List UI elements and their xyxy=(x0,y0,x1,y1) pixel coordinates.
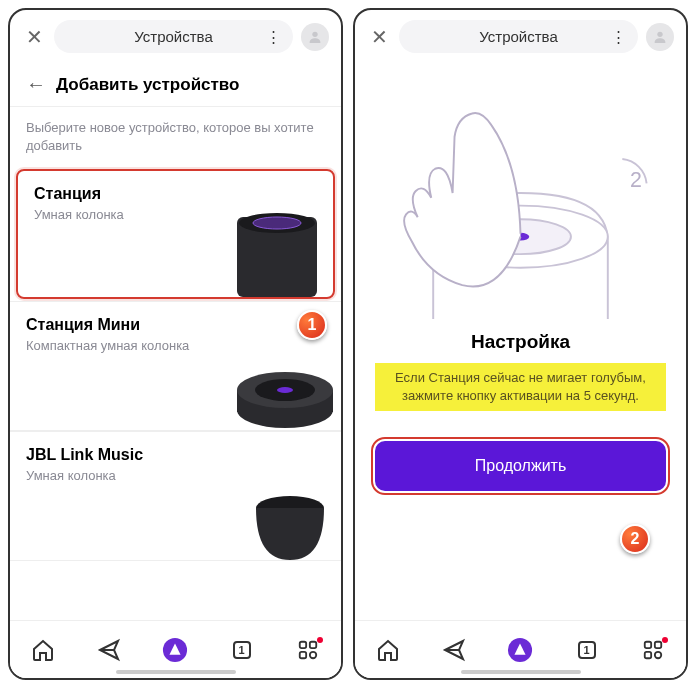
svg-rect-13 xyxy=(310,641,316,647)
svg-rect-14 xyxy=(300,651,306,657)
svg-point-15 xyxy=(310,651,316,657)
more-icon[interactable]: ⋮ xyxy=(611,28,626,46)
home-indicator xyxy=(461,670,581,674)
close-icon[interactable]: ✕ xyxy=(367,25,391,49)
annotation-badge-1: 1 xyxy=(297,310,327,340)
svg-point-3 xyxy=(253,217,301,229)
svg-point-16 xyxy=(657,31,662,36)
svg-rect-24 xyxy=(645,651,651,657)
setup-title: Настройка xyxy=(471,331,570,353)
device-desc: Умная колонка xyxy=(26,468,325,483)
continue-button[interactable]: Продолжить xyxy=(375,441,666,491)
svg-point-8 xyxy=(277,387,293,393)
home-icon[interactable] xyxy=(30,637,56,663)
subheader: ← Добавить устройство xyxy=(10,63,341,107)
title-pill[interactable]: Устройства ⋮ xyxy=(399,20,638,53)
device-image xyxy=(245,490,335,560)
page-title: Устройства xyxy=(479,28,557,45)
svg-rect-12 xyxy=(300,641,306,647)
svg-rect-22 xyxy=(645,641,651,647)
screen-setup: ✕ Устройства ⋮ 2 Настройка Если Станция … xyxy=(353,8,688,680)
device-name: Станция Мини xyxy=(26,316,325,334)
device-image xyxy=(207,197,327,297)
services-icon[interactable] xyxy=(295,637,321,663)
screen-add-device: ✕ Устройства ⋮ ← Добавить устройство Выб… xyxy=(8,8,343,680)
annotation-badge-2: 2 xyxy=(620,524,650,554)
device-card-station[interactable]: Станция Умная колонка xyxy=(16,169,335,299)
avatar[interactable] xyxy=(646,23,674,51)
device-card-jbl[interactable]: JBL Link Music Умная колонка xyxy=(10,431,341,561)
svg-rect-23 xyxy=(655,641,661,647)
close-icon[interactable]: ✕ xyxy=(22,25,46,49)
title-pill[interactable]: Устройства ⋮ xyxy=(54,20,293,53)
illustration-press-button: 2 xyxy=(375,63,666,323)
avatar[interactable] xyxy=(301,23,329,51)
svg-point-0 xyxy=(312,31,317,36)
device-list: Станция Умная колонка Станция Мини Компа… xyxy=(10,167,341,620)
back-icon[interactable]: ← xyxy=(26,73,46,96)
page-title: Устройства xyxy=(134,28,212,45)
top-bar: ✕ Устройства ⋮ xyxy=(355,10,686,63)
alice-icon[interactable] xyxy=(507,637,533,663)
device-image xyxy=(225,340,335,430)
tabs-icon[interactable]: 1 xyxy=(574,637,600,663)
tabs-icon[interactable]: 1 xyxy=(229,637,255,663)
device-card-station-mini[interactable]: Станция Мини Компактная умная колонка xyxy=(10,301,341,431)
svg-point-25 xyxy=(655,651,661,657)
more-icon[interactable]: ⋮ xyxy=(266,28,281,46)
send-icon[interactable] xyxy=(441,637,467,663)
hint-text: Выберите новое устройство, которое вы хо… xyxy=(10,107,341,167)
send-icon[interactable] xyxy=(96,637,122,663)
services-icon[interactable] xyxy=(640,637,666,663)
setup-tip: Если Станция сейчас не мигает голубым, з… xyxy=(375,363,666,411)
subheader-title: Добавить устройство xyxy=(56,75,239,95)
alice-icon[interactable] xyxy=(162,637,188,663)
home-icon[interactable] xyxy=(375,637,401,663)
step-number: 2 xyxy=(630,168,642,192)
top-bar: ✕ Устройства ⋮ xyxy=(10,10,341,63)
home-indicator xyxy=(116,670,236,674)
device-name: JBL Link Music xyxy=(26,446,325,464)
